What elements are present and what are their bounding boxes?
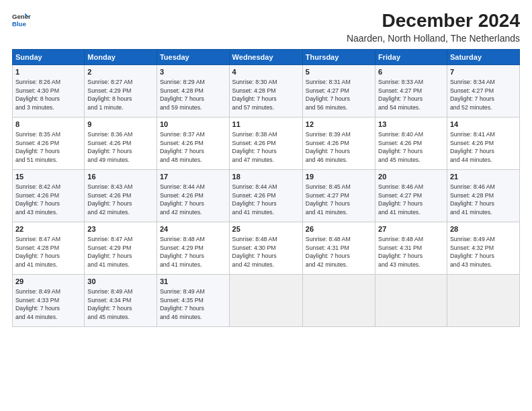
day-number: 2 (87, 67, 154, 77)
day-number: 15 (15, 172, 81, 182)
day-info: Sunrise: 8:44 AM Sunset: 4:26 PM Dayligh… (232, 183, 277, 216)
day-number: 28 (450, 224, 517, 234)
calendar-week-row: 15Sunrise: 8:42 AM Sunset: 4:26 PM Dayli… (13, 169, 520, 222)
table-row: 28Sunrise: 8:49 AM Sunset: 4:32 PM Dayli… (447, 222, 519, 274)
day-info: Sunrise: 8:29 AM Sunset: 4:28 PM Dayligh… (160, 79, 205, 111)
day-info: Sunrise: 8:49 AM Sunset: 4:35 PM Dayligh… (160, 288, 205, 321)
day-info: Sunrise: 8:42 AM Sunset: 4:26 PM Dayligh… (15, 183, 60, 216)
day-info: Sunrise: 8:48 AM Sunset: 4:29 PM Dayligh… (160, 236, 205, 269)
table-row: 17Sunrise: 8:44 AM Sunset: 4:26 PM Dayli… (157, 169, 229, 222)
table-row: 4Sunrise: 8:30 AM Sunset: 4:28 PM Daylig… (229, 64, 302, 117)
day-number: 27 (378, 224, 444, 234)
table-row: 16Sunrise: 8:43 AM Sunset: 4:26 PM Dayli… (85, 169, 157, 222)
day-info: Sunrise: 8:46 AM Sunset: 4:28 PM Dayligh… (450, 183, 495, 216)
day-info: Sunrise: 8:26 AM Sunset: 4:30 PM Dayligh… (15, 79, 60, 111)
table-row: 12Sunrise: 8:39 AM Sunset: 4:26 PM Dayli… (302, 117, 375, 169)
table-row (302, 274, 375, 326)
day-number: 8 (15, 120, 81, 130)
day-info: Sunrise: 8:31 AM Sunset: 4:27 PM Dayligh… (306, 79, 351, 111)
day-info: Sunrise: 8:38 AM Sunset: 4:26 PM Dayligh… (232, 131, 277, 164)
table-row: 30Sunrise: 8:49 AM Sunset: 4:34 PM Dayli… (85, 274, 157, 326)
table-row (447, 274, 519, 326)
table-row: 14Sunrise: 8:41 AM Sunset: 4:26 PM Dayli… (447, 117, 519, 169)
day-info: Sunrise: 8:47 AM Sunset: 4:29 PM Dayligh… (87, 236, 132, 269)
day-info: Sunrise: 8:47 AM Sunset: 4:28 PM Dayligh… (15, 236, 60, 269)
table-row: 23Sunrise: 8:47 AM Sunset: 4:29 PM Dayli… (85, 222, 157, 274)
table-row: 19Sunrise: 8:45 AM Sunset: 4:27 PM Dayli… (302, 169, 375, 222)
table-row: 13Sunrise: 8:40 AM Sunset: 4:26 PM Dayli… (375, 117, 447, 169)
day-number: 12 (306, 120, 372, 130)
table-row: 31Sunrise: 8:49 AM Sunset: 4:35 PM Dayli… (157, 274, 229, 326)
day-info: Sunrise: 8:34 AM Sunset: 4:27 PM Dayligh… (450, 79, 495, 111)
table-row: 2Sunrise: 8:27 AM Sunset: 4:29 PM Daylig… (85, 64, 157, 117)
day-number: 31 (160, 277, 226, 287)
calendar-week-row: 8Sunrise: 8:35 AM Sunset: 4:26 PM Daylig… (13, 117, 520, 169)
day-info: Sunrise: 8:46 AM Sunset: 4:27 PM Dayligh… (378, 183, 423, 216)
table-row: 15Sunrise: 8:42 AM Sunset: 4:26 PM Dayli… (13, 169, 85, 222)
table-row: 18Sunrise: 8:44 AM Sunset: 4:26 PM Dayli… (229, 169, 302, 222)
table-row: 8Sunrise: 8:35 AM Sunset: 4:26 PM Daylig… (13, 117, 85, 169)
col-wednesday: Wednesday (229, 49, 302, 64)
col-tuesday: Tuesday (157, 49, 229, 64)
day-info: Sunrise: 8:48 AM Sunset: 4:31 PM Dayligh… (306, 236, 351, 269)
table-row: 22Sunrise: 8:47 AM Sunset: 4:28 PM Dayli… (13, 222, 85, 274)
calendar-week-row: 22Sunrise: 8:47 AM Sunset: 4:28 PM Dayli… (13, 222, 520, 274)
day-number: 9 (87, 120, 154, 130)
day-info: Sunrise: 8:41 AM Sunset: 4:26 PM Dayligh… (450, 131, 495, 164)
calendar-week-row: 29Sunrise: 8:49 AM Sunset: 4:33 PM Dayli… (13, 274, 520, 326)
header: General Blue December 2024 Naarden, Nort… (12, 11, 520, 44)
day-info: Sunrise: 8:36 AM Sunset: 4:26 PM Dayligh… (87, 131, 132, 164)
day-info: Sunrise: 8:27 AM Sunset: 4:29 PM Dayligh… (87, 79, 132, 111)
logo: General Blue (12, 11, 31, 30)
day-number: 11 (232, 120, 300, 130)
table-row: 7Sunrise: 8:34 AM Sunset: 4:27 PM Daylig… (447, 64, 519, 117)
day-info: Sunrise: 8:49 AM Sunset: 4:34 PM Dayligh… (87, 288, 132, 321)
day-number: 18 (232, 172, 300, 182)
subtitle: Naarden, North Holland, The Netherlands (347, 33, 520, 44)
table-row: 29Sunrise: 8:49 AM Sunset: 4:33 PM Dayli… (13, 274, 85, 326)
table-row: 25Sunrise: 8:48 AM Sunset: 4:30 PM Dayli… (229, 222, 302, 274)
day-info: Sunrise: 8:49 AM Sunset: 4:32 PM Dayligh… (450, 236, 495, 269)
title-block: December 2024 Naarden, North Holland, Th… (347, 11, 520, 44)
main-title: December 2024 (347, 11, 520, 32)
day-info: Sunrise: 8:48 AM Sunset: 4:31 PM Dayligh… (378, 236, 423, 269)
table-row: 10Sunrise: 8:37 AM Sunset: 4:26 PM Dayli… (157, 117, 229, 169)
day-info: Sunrise: 8:49 AM Sunset: 4:33 PM Dayligh… (15, 288, 60, 321)
day-number: 21 (450, 172, 517, 182)
col-saturday: Saturday (447, 49, 519, 64)
table-row: 26Sunrise: 8:48 AM Sunset: 4:31 PM Dayli… (302, 222, 375, 274)
day-number: 22 (15, 224, 81, 234)
day-info: Sunrise: 8:33 AM Sunset: 4:27 PM Dayligh… (378, 79, 423, 111)
table-row: 21Sunrise: 8:46 AM Sunset: 4:28 PM Dayli… (447, 169, 519, 222)
table-row: 5Sunrise: 8:31 AM Sunset: 4:27 PM Daylig… (302, 64, 375, 117)
day-number: 13 (378, 120, 444, 130)
day-number: 29 (15, 277, 81, 287)
day-info: Sunrise: 8:30 AM Sunset: 4:28 PM Dayligh… (232, 79, 277, 111)
day-number: 16 (87, 172, 154, 182)
day-info: Sunrise: 8:35 AM Sunset: 4:26 PM Dayligh… (15, 131, 60, 164)
day-number: 24 (160, 224, 226, 234)
col-friday: Friday (375, 49, 447, 64)
table-row: 6Sunrise: 8:33 AM Sunset: 4:27 PM Daylig… (375, 64, 447, 117)
page: General Blue December 2024 Naarden, Nort… (0, 0, 532, 411)
day-info: Sunrise: 8:37 AM Sunset: 4:26 PM Dayligh… (160, 131, 205, 164)
day-info: Sunrise: 8:40 AM Sunset: 4:26 PM Dayligh… (378, 131, 423, 164)
logo-icon: General Blue (12, 11, 31, 30)
svg-text:Blue: Blue (12, 20, 26, 28)
table-row: 24Sunrise: 8:48 AM Sunset: 4:29 PM Dayli… (157, 222, 229, 274)
day-info: Sunrise: 8:39 AM Sunset: 4:26 PM Dayligh… (306, 131, 351, 164)
table-row: 11Sunrise: 8:38 AM Sunset: 4:26 PM Dayli… (229, 117, 302, 169)
day-number: 14 (450, 120, 517, 130)
day-number: 30 (87, 277, 154, 287)
col-sunday: Sunday (13, 49, 85, 64)
day-number: 20 (378, 172, 444, 182)
calendar-week-row: 1Sunrise: 8:26 AM Sunset: 4:30 PM Daylig… (13, 64, 520, 117)
table-row (375, 274, 447, 326)
day-number: 5 (306, 67, 372, 77)
day-info: Sunrise: 8:43 AM Sunset: 4:26 PM Dayligh… (87, 183, 132, 216)
day-number: 1 (15, 67, 81, 77)
calendar-table: Sunday Monday Tuesday Wednesday Thursday… (12, 49, 520, 327)
calendar-header-row: Sunday Monday Tuesday Wednesday Thursday… (13, 49, 520, 64)
day-number: 17 (160, 172, 226, 182)
day-number: 3 (160, 67, 226, 77)
